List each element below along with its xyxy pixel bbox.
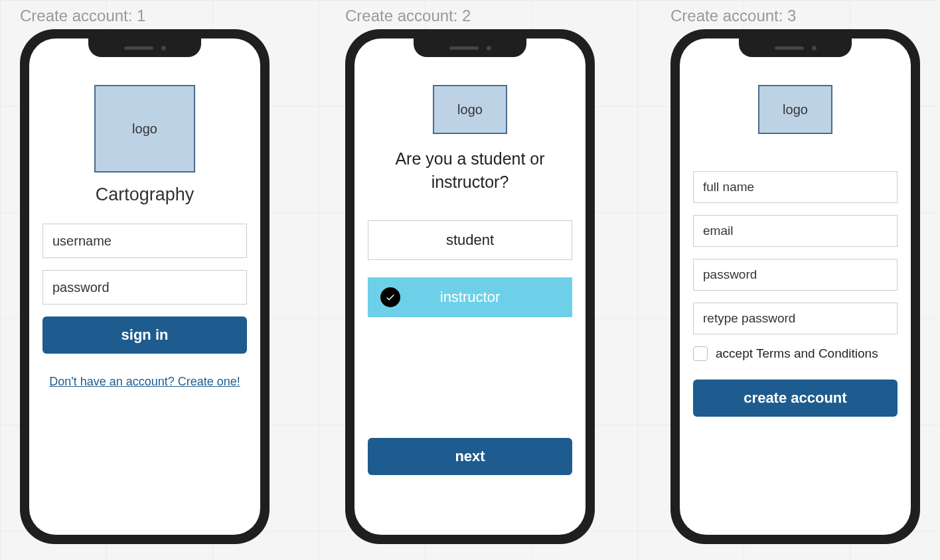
instructor-option[interactable]: instructor [368, 277, 572, 317]
phone-notch-icon [414, 38, 526, 57]
fullname-input[interactable] [693, 171, 898, 203]
checkmark-icon [380, 287, 400, 307]
terms-label: accept Terms and Conditions [716, 346, 878, 361]
instructor-option-label: instructor [440, 289, 500, 306]
phone-notch-icon [739, 38, 852, 57]
frame-create-account-1: Create account: 1 logo Cartography sign … [20, 7, 270, 544]
frame-label-1: Create account: 1 [20, 7, 270, 25]
frame-label-3: Create account: 3 [670, 7, 920, 25]
phone-notch-icon [88, 38, 201, 57]
sign-in-button[interactable]: sign in [42, 316, 247, 354]
logo-placeholder: logo [758, 85, 832, 134]
frame-create-account-2: Create account: 2 logo Are you a student… [345, 7, 595, 544]
role-question: Are you a student or instructor? [368, 147, 572, 194]
password-input[interactable] [693, 259, 898, 291]
next-button[interactable]: next [368, 438, 572, 475]
logo-placeholder: logo [94, 85, 195, 173]
retype-password-input[interactable] [693, 303, 898, 334]
frame-create-account-3: Create account: 3 logo accept Terms and … [670, 7, 920, 544]
student-option[interactable]: student [368, 220, 572, 260]
logo-placeholder: logo [433, 85, 507, 134]
phone-screen-1: logo Cartography sign in Don't have an a… [29, 38, 260, 535]
phone-frame-3: logo accept Terms and Conditions create … [670, 29, 920, 544]
phone-screen-3: logo accept Terms and Conditions create … [680, 38, 911, 535]
app-title: Cartography [42, 184, 247, 205]
email-input[interactable] [693, 215, 898, 247]
password-input[interactable] [42, 270, 247, 305]
phone-frame-2: logo Are you a student or instructor? st… [345, 29, 595, 544]
phone-screen-2: logo Are you a student or instructor? st… [354, 38, 586, 535]
terms-row: accept Terms and Conditions [693, 346, 898, 361]
frame-label-2: Create account: 2 [345, 7, 595, 25]
terms-checkbox[interactable] [693, 346, 708, 361]
student-option-label: student [446, 232, 494, 249]
phone-frame-1: logo Cartography sign in Don't have an a… [20, 29, 270, 544]
username-input[interactable] [42, 224, 247, 258]
create-account-link[interactable]: Don't have an account? Create one! [42, 375, 247, 389]
create-account-button[interactable]: create account [693, 380, 898, 417]
